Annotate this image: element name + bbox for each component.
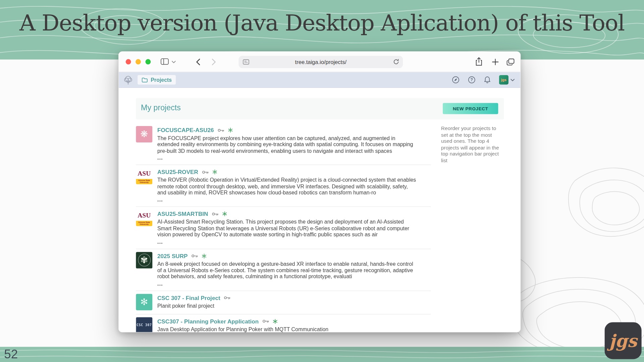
url-text: tree.taiga.io/projects/ bbox=[295, 59, 346, 65]
project-name-row: ASU25-ROVER bbox=[157, 169, 431, 176]
sidebar-chevron-button[interactable] bbox=[172, 61, 176, 63]
svg-text:?: ? bbox=[471, 77, 473, 82]
project-body: CSC 307 - Final ProjectPlanit poker fina… bbox=[157, 294, 431, 309]
chevron-down-icon[interactable] bbox=[511, 78, 515, 81]
project-name-row: CSC 307 - Final Project bbox=[157, 295, 431, 301]
share-button[interactable] bbox=[475, 57, 483, 66]
taiga-navbar: Projects ? jgs bbox=[119, 72, 521, 88]
project-body: ASU25-ROVERThe ROVER (Robotic Operation … bbox=[157, 168, 431, 203]
project-name-link[interactable]: ASU25-SMARTBIN bbox=[157, 211, 208, 218]
back-button[interactable] bbox=[196, 58, 200, 66]
project-more-ellipsis: ... bbox=[157, 281, 431, 287]
project-body: FOCUSCAPE-ASU26The FOCUSCAPE project exp… bbox=[157, 126, 431, 161]
looking-for-people-icon bbox=[202, 253, 207, 258]
project-body: CSC307 - Planning Poker ApplicationJava … bbox=[157, 317, 431, 332]
browser-window: tree.taiga.io/projects/ Project bbox=[118, 51, 521, 333]
project-list: ❋FOCUSCAPE-ASU26The FOCUSCAPE project ex… bbox=[136, 123, 431, 332]
project-description: AI-Assisted Smart Recycling Station. Thi… bbox=[157, 219, 417, 238]
project-logo[interactable]: ASUArizona State University bbox=[136, 210, 152, 226]
private-key-icon bbox=[192, 254, 198, 258]
project-logo[interactable]: ASUArizona State University bbox=[136, 168, 152, 184]
close-button[interactable] bbox=[126, 59, 131, 64]
project-description: The FOCUSCAPE project explores how user … bbox=[157, 135, 417, 154]
project-description: Java Desktop Application for Planning Po… bbox=[157, 326, 417, 333]
user-menu[interactable]: jgs bbox=[499, 75, 515, 84]
forward-button[interactable] bbox=[212, 58, 216, 66]
project-name-link[interactable]: ASU25-ROVER bbox=[157, 169, 198, 176]
project-more-ellipsis: ... bbox=[157, 197, 431, 203]
project-row: ✻CSC 307 - Final ProjectPlanit poker fin… bbox=[136, 291, 431, 314]
navbar-right: ? jgs bbox=[452, 75, 516, 84]
help-icon[interactable]: ? bbox=[468, 76, 476, 84]
project-body: 2025 SURPAn 8-week project focused on de… bbox=[157, 252, 431, 287]
project-description: An 8-week project focused on developing … bbox=[157, 261, 417, 280]
project-row: ✾2025 SURPAn 8-week project focused on d… bbox=[136, 249, 431, 291]
project-name-row: CSC307 - Planning Poker Application bbox=[157, 318, 431, 325]
slide: A Desktop version (Java Desktop Aplicati… bbox=[0, 0, 644, 362]
new-project-button[interactable]: NEW PROJECT bbox=[443, 103, 498, 114]
page-title: My projects bbox=[141, 104, 181, 113]
zoom-button[interactable] bbox=[145, 59, 151, 64]
browser-toolbar: tree.taiga.io/projects/ bbox=[119, 52, 521, 72]
new-tab-button[interactable] bbox=[492, 58, 499, 66]
project-body: ASU25-SMARTBINAI-Assisted Smart Recyclin… bbox=[157, 210, 431, 245]
nav-projects-button[interactable]: Projects bbox=[138, 75, 176, 84]
project-logo[interactable]: CSC 307 bbox=[136, 317, 152, 332]
project-name-link[interactable]: CSC 307 - Final Project bbox=[157, 295, 220, 301]
project-description: The ROVER (Robotic Operation in Virtual/… bbox=[157, 177, 417, 196]
private-key-icon bbox=[224, 296, 231, 300]
folder-icon bbox=[142, 77, 148, 82]
page-number: 52 bbox=[4, 347, 18, 361]
project-name-link[interactable]: CSC307 - Planning Poker Application bbox=[157, 318, 259, 325]
private-key-icon bbox=[218, 128, 224, 132]
project-row: CSC 307CSC307 - Planning Poker Applicati… bbox=[136, 314, 431, 333]
bottom-banner bbox=[0, 347, 644, 362]
reorder-tip: Reorder your projects to set at the top … bbox=[441, 126, 504, 164]
private-key-icon bbox=[202, 170, 209, 174]
jgs-logo: jgs bbox=[604, 322, 641, 359]
looking-for-people-icon bbox=[212, 170, 217, 175]
looking-for-people-icon bbox=[222, 212, 227, 217]
taiga-logo-icon[interactable] bbox=[123, 74, 133, 85]
project-row: ASUArizona State UniversityASU25-SMARTBI… bbox=[136, 207, 431, 249]
website-settings-icon[interactable] bbox=[243, 59, 250, 66]
project-logo[interactable]: ✻ bbox=[136, 294, 152, 310]
taiga-content: My projects NEW PROJECT Reorder your pro… bbox=[119, 88, 521, 332]
contour-pattern-bottom bbox=[0, 347, 644, 362]
project-row: ❋FOCUSCAPE-ASU26The FOCUSCAPE project ex… bbox=[136, 123, 431, 165]
nav-projects-label: Projects bbox=[151, 77, 172, 83]
project-name-row: 2025 SURP bbox=[157, 253, 431, 259]
notifications-bell-icon[interactable] bbox=[484, 76, 491, 84]
slide-title: A Desktop version (Java Desktop Aplicati… bbox=[0, 10, 644, 36]
looking-for-people-icon bbox=[228, 128, 233, 133]
looking-for-people-icon bbox=[273, 319, 278, 324]
project-name-row: ASU25-SMARTBIN bbox=[157, 211, 431, 218]
project-more-ellipsis: ... bbox=[157, 239, 431, 245]
reload-button[interactable] bbox=[393, 59, 399, 66]
private-key-icon bbox=[212, 212, 218, 216]
project-logo[interactable]: ❋ bbox=[136, 126, 152, 142]
project-logo[interactable]: ✾ bbox=[136, 252, 152, 268]
project-row: ASUArizona State UniversityASU25-ROVERTh… bbox=[136, 165, 431, 207]
jgs-logo-text: jgs bbox=[609, 330, 637, 351]
project-name-link[interactable]: FOCUSCAPE-ASU26 bbox=[157, 127, 214, 133]
address-bar[interactable]: tree.taiga.io/projects/ bbox=[238, 56, 403, 68]
avatar[interactable]: jgs bbox=[499, 75, 508, 84]
project-more-ellipsis: ... bbox=[157, 155, 431, 161]
project-name-row: FOCUSCAPE-ASU26 bbox=[157, 127, 431, 133]
tab-overview-button[interactable] bbox=[506, 58, 515, 66]
project-name-link[interactable]: 2025 SURP bbox=[157, 253, 188, 259]
sidebar-toggle-button[interactable] bbox=[161, 58, 169, 65]
minimize-button[interactable] bbox=[136, 59, 141, 64]
discover-compass-icon[interactable] bbox=[452, 76, 460, 84]
private-key-icon bbox=[262, 319, 269, 323]
project-description: Planit poker final project bbox=[157, 303, 417, 309]
